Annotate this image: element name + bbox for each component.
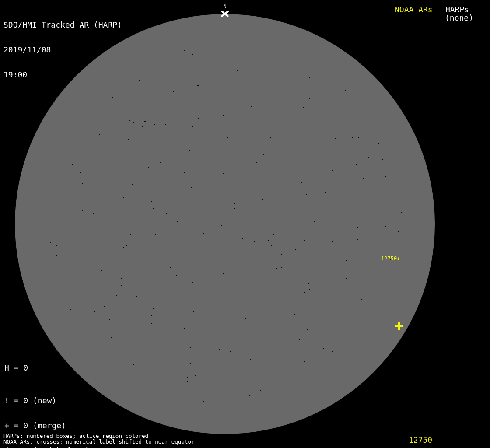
harps-value: (none) (445, 13, 473, 22)
legend-harp-count: H = 0 (4, 364, 28, 372)
cross-vertical-bar (398, 322, 400, 330)
observation-time: 19:00 (4, 70, 122, 79)
title-block: SDO/HMI Tracked AR (HARP) 2019/11/08 19:… (4, 4, 122, 95)
legend-entry-merge: + = 0 (merge) (4, 421, 94, 430)
page-title: SDO/HMI Tracked AR (HARP) (4, 21, 122, 29)
legend-entry-new: ! = 0 (new) (4, 396, 94, 405)
noaa-number-bottom: 12750 (409, 435, 432, 444)
footnote-noaa-ars: NOAA ARs: crosses; numerical label shift… (4, 439, 195, 444)
legend-entry-pad-before: ( = 0 (pad before) (4, 446, 94, 448)
observation-date: 2019/11/08 (4, 46, 122, 54)
harp-map-stage: SDO/HMI Tracked AR (HARP) 2019/11/08 19:… (0, 0, 490, 448)
top-right-labels: NOAA ARs (395, 5, 433, 14)
noaa-ars-label: NOAA ARs (395, 5, 433, 14)
harps-label: HARPs (445, 5, 469, 14)
noaa-region-label: 12750↓ (381, 256, 400, 262)
north-label: N (220, 3, 230, 9)
noaa-cross-marker (395, 322, 403, 330)
north-x-marker (220, 10, 230, 18)
